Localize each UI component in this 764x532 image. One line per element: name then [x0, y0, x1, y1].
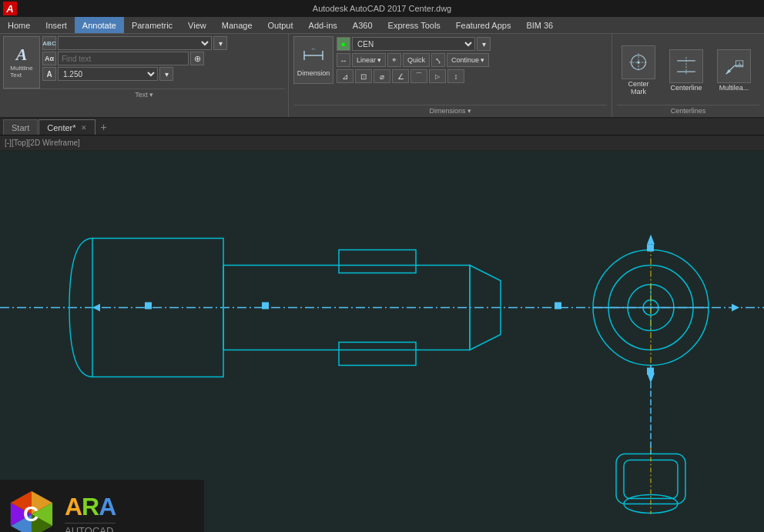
dim-mid-icon[interactable]: ⌖: [387, 53, 401, 67]
dim-extra2[interactable]: ⊡: [355, 69, 372, 83]
view-bar: [-][Top][2D Wireframe]: [0, 136, 764, 151]
tab-close-icon[interactable]: ✕: [81, 124, 87, 132]
style-row: ABC ▾: [42, 36, 285, 50]
text-scale-dropdown[interactable]: 1.250: [58, 67, 158, 81]
annotation-icon: Aα: [42, 52, 56, 65]
menu-output[interactable]: Output: [260, 17, 301, 33]
svg-marker-26: [732, 304, 739, 312]
menu-parametric[interactable]: Parametric: [124, 17, 180, 33]
scale-dropdown-arrow[interactable]: ▾: [159, 67, 173, 81]
watermark-text-block: ARA AUTOCAD: [65, 493, 116, 533]
ribbon: A MultilineText ABC ▾ Aα: [0, 34, 764, 119]
text-large-icon: A: [16, 46, 28, 63]
scale-row: A 1.250 ▾: [42, 67, 285, 81]
menu-view[interactable]: View: [180, 17, 214, 33]
svg-rect-23: [262, 303, 269, 309]
menu-a360[interactable]: A360: [345, 17, 380, 33]
dim-extra5[interactable]: ⌒: [410, 69, 427, 83]
svg-marker-25: [92, 304, 100, 312]
menu-insert[interactable]: Insert: [38, 17, 75, 33]
linear-dropdown-arrow[interactable]: ▾: [377, 56, 381, 64]
multiline-text-button[interactable]: A MultilineText: [3, 36, 40, 89]
text-group-label: Text: [135, 91, 148, 99]
continue-button[interactable]: Continue ▾: [447, 53, 489, 67]
menu-bim[interactable]: BIM 36: [518, 17, 561, 33]
layer-dropdown[interactable]: CEN: [352, 37, 475, 51]
layer-dropdown-arrow[interactable]: ▾: [477, 37, 491, 51]
watermark-logo: C: [5, 487, 59, 532]
centerlines-group: CenterMark Centerline: [612, 34, 764, 117]
dimensions-expand-icon[interactable]: ▾: [467, 107, 471, 115]
multileader-button[interactable]: A Multilea...: [712, 49, 756, 92]
dim-extra4[interactable]: ∠: [392, 69, 409, 83]
dim-extra6[interactable]: ▷: [429, 69, 446, 83]
dim-extra3[interactable]: ⌀: [374, 69, 390, 83]
svg-rect-22: [145, 303, 152, 309]
text-style-dropdown[interactable]: [58, 36, 212, 50]
abc-icon: ABC: [42, 36, 56, 50]
layer-color-swatch: ■: [337, 37, 350, 51]
menu-manage[interactable]: Manage: [214, 17, 260, 33]
watermark-sub-label: AUTOCAD: [65, 523, 116, 533]
dimensions-group-label: Dimensions: [429, 107, 465, 115]
svg-text:C: C: [23, 502, 39, 526]
svg-rect-24: [555, 303, 561, 309]
dim-extra1[interactable]: ⊿: [337, 69, 354, 83]
svg-text:↔: ↔: [311, 46, 317, 52]
window-title: Autodesk AutoCAD 2017 Center.dwg: [313, 4, 451, 13]
center-mark-icon: [622, 45, 655, 79]
find-search-icon[interactable]: ⊕: [190, 52, 204, 65]
svg-marker-37: [647, 235, 655, 245]
menu-home[interactable]: Home: [0, 17, 38, 33]
multileader-icon: A: [717, 49, 751, 83]
title-bar: A Autodesk AutoCAD 2017 Center.dwg: [0, 0, 764, 17]
dim-left-icon[interactable]: ↔: [337, 53, 350, 67]
svg-rect-20: [339, 343, 416, 366]
svg-rect-35: [647, 245, 654, 252]
centerlines-group-label: Centerlines: [671, 107, 706, 115]
find-row: Aα ⊕: [42, 52, 285, 65]
tab-add-button[interactable]: +: [96, 119, 112, 135]
dropdown-arrow-icon[interactable]: ▾: [213, 36, 227, 50]
menu-annotate[interactable]: Annotate: [75, 17, 124, 33]
centerline-button[interactable]: Centerline: [665, 49, 708, 92]
menu-addins[interactable]: Add-ins: [301, 17, 345, 33]
tab-center[interactable]: Center* ✕: [39, 119, 95, 135]
menu-express[interactable]: Express Tools: [380, 17, 448, 33]
drawing-svg: [0, 151, 764, 532]
menu-bar: Home Insert Annotate Parametric View Man…: [0, 17, 764, 34]
dimension-label: Dimension: [297, 69, 330, 77]
dimension-button[interactable]: ↔ Dimension: [293, 36, 333, 84]
centerline-label: Centerline: [670, 85, 702, 92]
dim-extra7[interactable]: ↕: [447, 69, 464, 83]
svg-point-7: [637, 61, 639, 63]
center-mark-button[interactable]: CenterMark: [617, 45, 660, 96]
tab-start[interactable]: Start: [3, 119, 38, 135]
linear-button[interactable]: Linear ▾: [352, 53, 386, 67]
svg-text:A: A: [739, 62, 742, 66]
dimension-group: ↔ Dimension ■ CEN ▾ ↔: [289, 34, 612, 117]
watermark: C ARA AUTOCAD: [0, 480, 204, 532]
continue-dropdown-arrow[interactable]: ▾: [481, 56, 484, 64]
quick-button[interactable]: Quick: [403, 53, 430, 67]
text-a-icon: A: [42, 67, 56, 81]
watermark-brand-name: ARA: [65, 493, 116, 521]
center-mark-label: CenterMark: [628, 81, 648, 96]
tab-strip: Start Center* ✕ +: [0, 119, 764, 136]
text-group-expand-icon[interactable]: ▾: [149, 91, 153, 99]
dimension-icon: ↔: [301, 43, 326, 68]
svg-rect-19: [339, 250, 416, 273]
app-logo: A: [3, 2, 17, 15]
text-group: A MultilineText ABC ▾ Aα: [0, 34, 289, 117]
menu-featured[interactable]: Featured Apps: [448, 17, 519, 33]
drawing-canvas[interactable]: C ARA AUTOCAD: [0, 151, 764, 532]
find-text-input[interactable]: [58, 52, 189, 65]
multiline-text-label: MultilineText: [10, 65, 32, 79]
view-label: [-][Top][2D Wireframe]: [5, 139, 80, 147]
centerline-icon: [669, 49, 703, 83]
dim-right-icon[interactable]: ⤣: [431, 53, 445, 67]
multileader-label: Multilea...: [719, 85, 749, 92]
